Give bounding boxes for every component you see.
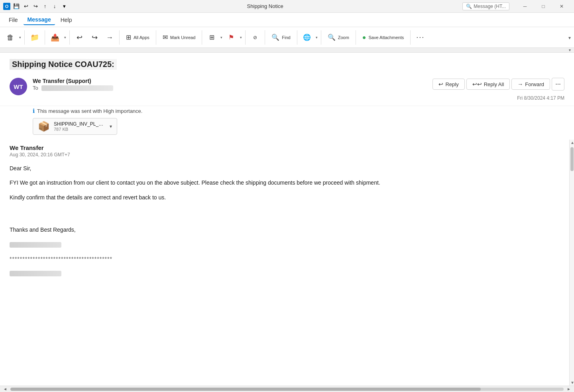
- separator-9: [297, 30, 297, 45]
- menu-file[interactable]: File: [5, 15, 22, 25]
- zoom-btn[interactable]: 🔍 Zoom: [324, 29, 353, 46]
- delete-icon: 🗑: [7, 34, 14, 41]
- scroll-thumb[interactable]: [570, 147, 574, 171]
- delete-btn[interactable]: 🗑: [3, 29, 18, 46]
- to-label: To: [33, 85, 38, 91]
- save-attachments-btn[interactable]: ● Save Attachments: [358, 29, 408, 46]
- forward-btn[interactable]: → Forward: [511, 79, 550, 90]
- down-icon[interactable]: ↓: [51, 3, 58, 10]
- menubar: File Message Help: [0, 13, 574, 27]
- attachment-item[interactable]: 📦 SHIPPING_INV_PL_BL_pdf.rar 787 KB ▾: [33, 118, 117, 135]
- window-title: Shipping Notice: [71, 3, 459, 9]
- sender-name: We Transfer (Support): [33, 78, 432, 84]
- redacted-name-1: [10, 240, 564, 248]
- bottom-scrollbar: ◄ ►: [0, 386, 574, 392]
- separator-8: [265, 30, 265, 45]
- save-icon[interactable]: 💾: [13, 3, 20, 10]
- forward-icon: →: [517, 81, 523, 87]
- archive-icon: 📁: [30, 34, 39, 41]
- scroll-up-arrow[interactable]: ▲: [570, 140, 574, 146]
- menu-message[interactable]: Message: [24, 15, 55, 25]
- forward-nav-btn[interactable]: →: [102, 29, 117, 46]
- scroll-down-arrow[interactable]: ▾: [569, 48, 571, 52]
- undo-icon[interactable]: ↩: [22, 3, 29, 10]
- scroll-right-btn[interactable]: ►: [565, 387, 572, 391]
- subject-bar: Shipping Notice COAU725:: [0, 53, 574, 75]
- flag-btn[interactable]: ⚑: [224, 29, 238, 46]
- flag-dropdown-arrow[interactable]: ▾: [239, 35, 243, 39]
- scroll-left-btn[interactable]: ◄: [2, 387, 9, 391]
- save-attachments-icon: ●: [362, 34, 366, 41]
- toolbar-scroll-right[interactable]: ▾: [568, 34, 571, 41]
- body-divider: ****************************************: [10, 254, 564, 263]
- find-label: Find: [282, 35, 290, 40]
- undo-btn[interactable]: ↩: [72, 29, 86, 46]
- scroll-down-arrow[interactable]: ▼: [570, 380, 574, 386]
- zoom-icon: 🔍: [328, 34, 336, 41]
- up-icon[interactable]: ↑: [41, 3, 49, 10]
- customize-icon[interactable]: ▾: [61, 3, 68, 10]
- find-btn[interactable]: 🔍 Find: [267, 29, 294, 46]
- zoom-label: Zoom: [338, 35, 349, 40]
- redo-btn[interactable]: ↪: [87, 29, 102, 46]
- translate-dropdown-arrow[interactable]: ▾: [315, 35, 318, 39]
- email-header: WT We Transfer (Support) To ↩ Reply ↩↩ R…: [0, 75, 574, 106]
- small-action-btn[interactable]: ⊘: [248, 29, 262, 46]
- translate-icon: 🌐: [303, 34, 311, 41]
- toolbar: 🗑 ▾ 📁 📤 ▾ ↩ ↪ → ⊞ All Apps ✉ Mark Unread…: [0, 27, 574, 48]
- reply-label: Reply: [445, 81, 458, 87]
- more-actions-btn[interactable]: ···: [552, 78, 564, 91]
- maximize-btn[interactable]: □: [534, 0, 552, 13]
- separator-2: [45, 30, 45, 45]
- redacted-name-2: [10, 269, 564, 278]
- body-paragraph-2: Kindly confirm that the details are corr…: [10, 193, 564, 202]
- body-regards: Thanks and Best Regards,: [10, 225, 564, 234]
- undo-icon: ↩: [77, 34, 83, 41]
- move-btn[interactable]: 📤: [47, 29, 63, 46]
- importance-notice: ℹ This message was sent with High import…: [0, 106, 574, 116]
- flag-icon: ⚑: [228, 34, 234, 41]
- move-dropdown-arrow[interactable]: ▾: [63, 35, 67, 39]
- body-text: Dear Sir, FYI We got an instruction from…: [10, 164, 564, 278]
- separator-7: [245, 30, 246, 45]
- attachment-dropdown-arrow[interactable]: ▾: [110, 124, 112, 129]
- attachment-info: SHIPPING_INV_PL_BL_pdf.rar 787 KB: [54, 121, 106, 132]
- separator-3: [69, 30, 70, 45]
- more-btn[interactable]: ···: [413, 29, 428, 46]
- outlook-icon: O: [3, 3, 10, 10]
- mark-unread-btn[interactable]: ✉ Mark Unread: [159, 29, 200, 46]
- email-subject: Shipping Notice COAU725:: [10, 59, 117, 70]
- reply-all-icon: ↩↩: [472, 81, 482, 87]
- archive-btn[interactable]: 📁: [27, 29, 42, 46]
- sender-info: We Transfer (Support) To: [33, 78, 432, 91]
- redo-icon[interactable]: ↪: [32, 3, 39, 10]
- translate-btn[interactable]: 🌐: [300, 29, 314, 46]
- redacted-bar-2: [10, 271, 61, 276]
- delete-dropdown-arrow[interactable]: ▾: [18, 35, 22, 39]
- attachment-size: 787 KB: [54, 127, 106, 132]
- info-icon: ℹ: [33, 108, 35, 114]
- mark-unread-icon: ✉: [163, 34, 168, 41]
- close-btn[interactable]: ✕: [552, 0, 571, 13]
- right-scrollbar: ▲ ▼: [569, 140, 574, 386]
- h-scroll-track: [10, 388, 564, 391]
- h-scroll-thumb[interactable]: [10, 388, 481, 391]
- menu-help[interactable]: Help: [57, 15, 76, 25]
- separator-5: [156, 30, 156, 45]
- category-btn[interactable]: ⊞: [204, 29, 219, 46]
- forward-nav-icon: →: [106, 34, 113, 41]
- minimize-btn[interactable]: ─: [516, 0, 534, 13]
- attachment-area: 📦 SHIPPING_INV_PL_BL_pdf.rar 787 KB ▾: [0, 116, 574, 140]
- attachment-name: SHIPPING_INV_PL_BL_pdf.rar: [54, 121, 106, 127]
- reply-all-btn[interactable]: ↩↩ Reply All: [466, 79, 510, 90]
- reply-btn[interactable]: ↩ Reply: [432, 79, 464, 90]
- separator-12: [410, 30, 411, 45]
- all-apps-label: All Apps: [134, 35, 149, 40]
- separator-11: [356, 30, 356, 45]
- save-attachments-label: Save Attachments: [369, 35, 404, 40]
- all-apps-btn[interactable]: ⊞ All Apps: [122, 29, 153, 46]
- category-dropdown-arrow[interactable]: ▾: [220, 35, 223, 39]
- importance-text: This message was sent with High importan…: [37, 108, 142, 114]
- separator-10: [321, 30, 321, 45]
- search-label[interactable]: Message (HT...: [474, 4, 506, 9]
